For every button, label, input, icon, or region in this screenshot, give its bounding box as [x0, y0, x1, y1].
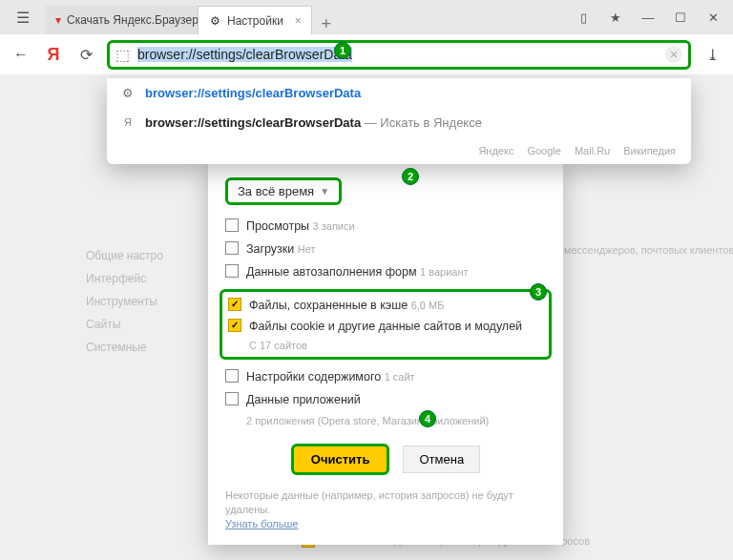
check-sub: 2 приложения (Opera store, Магазин прило… — [246, 415, 546, 426]
address-text[interactable]: browser://settings/clearBrowserData — [137, 47, 658, 62]
suggestion-text: browser://settings/clearBrowserData — [145, 86, 361, 100]
checkbox-icon[interactable]: ✓ — [228, 298, 241, 311]
checkbox-icon[interactable] — [225, 369, 239, 383]
tab-label: Настройки — [227, 14, 283, 28]
check-label: Загрузки — [246, 242, 294, 256]
tab-strip: ▾ Скачать Яндекс.Браузер д ⚙ Настройки ×… — [46, 0, 563, 34]
sidebar-item-interface[interactable]: Интерфейс — [86, 267, 163, 290]
check-hint: 1 вариант — [420, 266, 469, 278]
check-hint: 6,0 МБ — [411, 300, 445, 311]
checkbox-icon[interactable] — [225, 241, 239, 255]
suggestion-engines: Яндекс Google Mail.Ru Википедия — [107, 137, 691, 156]
yandex-icon: Я — [120, 116, 136, 128]
time-range-label: За всё время — [238, 184, 314, 198]
check-label: Данные автозаполнения форм — [246, 265, 417, 279]
checkbox-icon[interactable] — [225, 264, 239, 278]
toolbar: ← Я ⟳ ⬚ browser://settings/clearBrowserD… — [0, 34, 733, 74]
cancel-button[interactable]: Отмена — [403, 446, 480, 473]
back-button[interactable]: ← — [10, 43, 32, 66]
check-apps[interactable]: Данные приложений — [225, 392, 546, 407]
downloads-button[interactable]: ⤓ — [701, 46, 723, 64]
check-hint: Нет — [298, 243, 316, 255]
step-badge-3: 3 — [530, 283, 547, 301]
suggestion-settings[interactable]: ⚙ browser://settings/clearBrowserData — [107, 78, 691, 108]
tab-settings[interactable]: ⚙ Настройки × — [199, 6, 312, 34]
check-views[interactable]: Просмотры 3 записи — [225, 218, 546, 234]
suggestion-search[interactable]: Я browser://settings/clearBrowserData — … — [107, 108, 691, 137]
check-label: Просмотры — [246, 219, 309, 233]
check-content[interactable]: Настройки содержимого 1 сайт — [225, 369, 546, 384]
check-label: Файлы, сохраненные в кэше — [249, 299, 408, 312]
engine-google[interactable]: Google — [527, 145, 560, 156]
dialog-footer: Некоторые данные (например, история запр… — [225, 488, 546, 531]
bookmarks-icon[interactable]: ★ — [601, 3, 630, 31]
step-badge-1: 1 — [334, 42, 351, 59]
check-hint: 1 сайт — [385, 371, 415, 383]
check-downloads[interactable]: Загрузки Нет — [225, 241, 546, 257]
checkbox-icon[interactable]: ✓ — [228, 319, 241, 332]
favicon-yandex: ▾ — [55, 13, 61, 27]
engine-mailru[interactable]: Mail.Ru — [575, 145, 610, 156]
time-range-select[interactable]: За всё время ▼ — [225, 177, 342, 205]
chevron-down-icon: ▼ — [320, 186, 329, 197]
gear-icon: ⚙ — [120, 86, 136, 100]
clear-data-dialog: За всё время ▼ Просмотры 3 записи Загруз… — [208, 162, 563, 545]
tab-label: Скачать Яндекс.Браузер д — [67, 13, 199, 27]
site-info-icon[interactable]: ⬚ — [115, 46, 130, 64]
dialog-actions: Очистить Отмена — [225, 444, 546, 475]
check-label: Файлы cookie и другие данные сайтов и мо… — [249, 319, 522, 334]
check-label: Данные приложений — [246, 392, 361, 407]
address-bar[interactable]: ⬚ browser://settings/clearBrowserData × — [107, 40, 691, 70]
gear-icon: ⚙ — [208, 14, 221, 28]
clear-address-icon[interactable]: × — [665, 46, 682, 63]
panels-icon[interactable]: ☰ — [0, 0, 46, 34]
footnote-text: Некоторые данные (например, история запр… — [225, 489, 513, 515]
new-tab-button[interactable]: + — [312, 14, 341, 34]
maximize-button[interactable]: ☐ — [666, 3, 695, 31]
checkbox-icon[interactable] — [225, 218, 239, 232]
minimize-button[interactable]: — — [634, 3, 662, 31]
close-window-button[interactable]: ✕ — [699, 3, 727, 31]
engine-wikipedia[interactable]: Википедия — [623, 145, 676, 156]
close-icon[interactable]: × — [295, 14, 302, 28]
titlebar: ☰ ▾ Скачать Яндекс.Браузер д ⚙ Настройки… — [0, 0, 733, 34]
settings-sidebar: Общие настро Интерфейс Инструменты Сайты… — [86, 244, 163, 359]
highlighted-group: ✓ Файлы, сохраненные в кэше 6,0 МБ ✓ Фай… — [220, 289, 552, 360]
sidebar-item-system[interactable]: Системные — [86, 336, 163, 359]
sidebar-item-general[interactable]: Общие настро — [86, 244, 163, 267]
browser-chrome: ☰ ▾ Скачать Яндекс.Браузер д ⚙ Настройки… — [0, 0, 733, 75]
yandex-logo[interactable]: Я — [42, 43, 65, 66]
check-cache[interactable]: ✓ Файлы, сохраненные в кэше 6,0 МБ — [228, 298, 543, 313]
check-cookies[interactable]: ✓ Файлы cookie и другие данные сайтов и … — [228, 319, 543, 334]
suggestions-dropdown: ⚙ browser://settings/clearBrowserData Я … — [107, 78, 691, 164]
learn-more-link[interactable]: Узнать больше — [225, 518, 298, 529]
check-sub: С 17 сайтов — [249, 340, 543, 351]
clear-button[interactable]: Очистить — [291, 444, 390, 475]
bg-description: мессенджеров, почтовых клиентов и д — [564, 244, 733, 256]
checkbox-list: Просмотры 3 записи Загрузки Нет Данные а… — [225, 218, 546, 426]
check-autofill[interactable]: Данные автозаполнения форм 1 вариант — [225, 264, 546, 280]
check-label: Настройки содержимого — [246, 370, 381, 384]
window-controls: ▯ ★ — ☐ ✕ — [563, 0, 733, 34]
checkbox-icon[interactable] — [225, 392, 239, 405]
suggestion-text: browser://settings/clearBrowserData — Ис… — [145, 115, 482, 130]
step-badge-4: 4 — [419, 410, 436, 427]
reload-button[interactable]: ⟳ — [74, 43, 97, 66]
step-badge-2: 2 — [402, 168, 419, 185]
reader-mode-icon[interactable]: ▯ — [569, 3, 597, 31]
tab-yandex-download[interactable]: ▾ Скачать Яндекс.Браузер д — [46, 6, 199, 34]
sidebar-item-tools[interactable]: Инструменты — [86, 290, 163, 313]
check-hint: 3 записи — [313, 220, 355, 232]
engine-yandex[interactable]: Яндекс — [478, 145, 513, 156]
sidebar-item-sites[interactable]: Сайты — [86, 313, 163, 336]
